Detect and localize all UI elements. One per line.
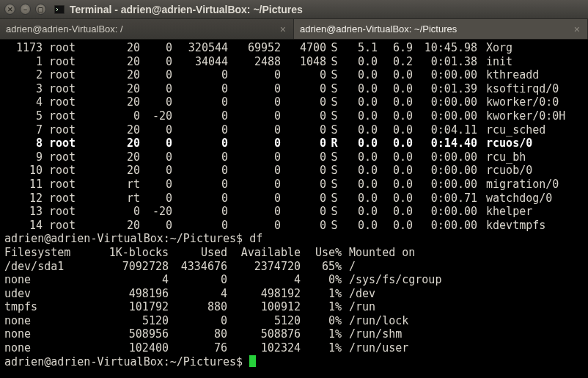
tab-bar: adrien@adrien-VirtualBox: / × adrien@adr… bbox=[0, 19, 588, 40]
minimize-icon[interactable]: – bbox=[20, 4, 31, 15]
window-controls: ✕ – ▢ bbox=[4, 4, 46, 15]
tab-label: adrien@adrien-VirtualBox: ~/Pictures bbox=[300, 23, 457, 34]
df-header: Filesystem1K-blocksUsedAvailableUse%Moun… bbox=[4, 246, 584, 260]
process-row: 1173 root200320544699524700S5.16.910:45.… bbox=[4, 41, 584, 55]
process-row: 2 root200000S0.00.00:00.00kthreadd bbox=[4, 68, 584, 82]
df-row: none102400761023241%/run/user bbox=[4, 341, 584, 355]
process-row: 11 rootrt0000S0.00.00:00.00migration/0 bbox=[4, 178, 584, 192]
window-title: Terminal - adrien@adrien-VirtualBox: ~/P… bbox=[70, 4, 303, 15]
cursor bbox=[249, 355, 256, 367]
process-row: 5 root0-20000S0.00.00:00.00kworker/0:0H bbox=[4, 109, 584, 123]
process-row: 8 root200000R0.00.00:14.40rcuos/0 bbox=[4, 137, 584, 150]
terminal-icon bbox=[54, 4, 65, 15]
process-row: 12 rootrt0000S0.00.00:00.71watchdog/0 bbox=[4, 192, 584, 206]
maximize-icon[interactable]: ▢ bbox=[35, 4, 46, 15]
prompt-line[interactable]: adrien@adrien-VirtualBox:~/Pictures$ bbox=[4, 355, 584, 369]
terminal-output[interactable]: 1173 root200320544699524700S5.16.910:45.… bbox=[0, 40, 588, 378]
titlebar[interactable]: ✕ – ▢ Terminal - adrien@adrien-VirtualBo… bbox=[0, 0, 588, 19]
close-icon[interactable]: × bbox=[573, 23, 581, 35]
tab-label: adrien@adrien-VirtualBox: / bbox=[6, 23, 123, 34]
df-row: /dev/sda170927284334676237472065%/ bbox=[4, 260, 584, 274]
df-row: none508956805088761%/run/shm bbox=[4, 327, 584, 341]
tab-pictures[interactable]: adrien@adrien-VirtualBox: ~/Pictures × bbox=[294, 19, 588, 39]
process-row: 13 root0-20000S0.00.00:00.00khelper bbox=[4, 205, 584, 219]
process-row: 4 root200000S0.00.00:00.00kworker/0:0 bbox=[4, 95, 584, 109]
svg-rect-1 bbox=[55, 6, 64, 13]
process-row: 1 root2003404424881048S0.00.20:01.38init bbox=[4, 55, 584, 69]
process-row: 14 root200000S0.00.00:00.00kdevtmpfs bbox=[4, 219, 584, 233]
process-row: 9 root200000S0.00.00:00.00rcu_bh bbox=[4, 150, 584, 164]
close-icon[interactable]: × bbox=[279, 23, 287, 35]
df-row: none5120051200%/run/lock bbox=[4, 314, 584, 328]
prompt-line: adrien@adrien-VirtualBox:~/Pictures$ df bbox=[4, 232, 584, 246]
tab-root[interactable]: adrien@adrien-VirtualBox: / × bbox=[0, 19, 294, 39]
df-row: tmpfs1017928801009121%/run bbox=[4, 300, 584, 314]
process-row: 10 root200000S0.00.00:00.00rcuob/0 bbox=[4, 164, 584, 178]
process-row: 7 root200000S0.00.00:04.11rcu_sched bbox=[4, 123, 584, 137]
df-row: udev49819644981921%/dev bbox=[4, 287, 584, 301]
process-row: 3 root200000S0.00.00:01.39ksoftirqd/0 bbox=[4, 82, 584, 96]
terminal-window: ✕ – ▢ Terminal - adrien@adrien-VirtualBo… bbox=[0, 0, 588, 378]
df-row: none4040%/sys/fs/cgroup bbox=[4, 273, 584, 287]
close-icon[interactable]: ✕ bbox=[4, 4, 15, 15]
